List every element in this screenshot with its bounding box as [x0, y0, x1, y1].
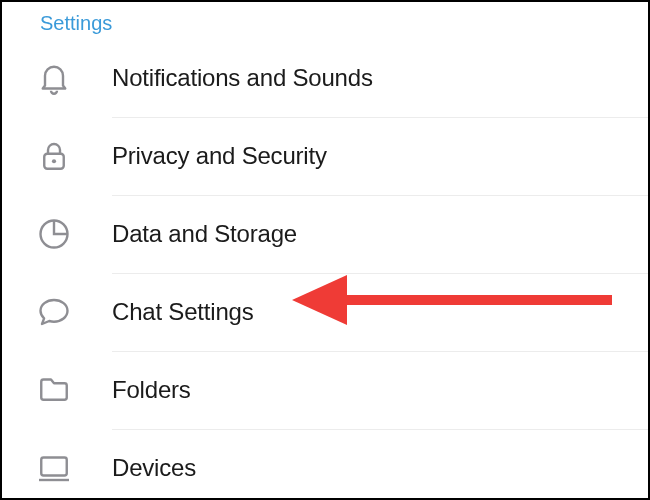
- settings-list: Notifications and Sounds Privacy and Sec…: [2, 39, 648, 500]
- settings-item-chat[interactable]: Chat Settings: [2, 273, 648, 351]
- lock-icon: [36, 138, 112, 174]
- settings-item-label: Privacy and Security: [112, 142, 327, 170]
- settings-item-label: Devices: [112, 454, 196, 482]
- settings-item-data[interactable]: Data and Storage: [2, 195, 648, 273]
- pie-icon: [36, 216, 112, 252]
- settings-item-label: Notifications and Sounds: [112, 64, 373, 92]
- settings-item-folders[interactable]: Folders: [2, 351, 648, 429]
- settings-item-devices[interactable]: Devices: [2, 429, 648, 500]
- chat-icon: [36, 294, 112, 330]
- settings-section-header: Settings: [2, 2, 648, 39]
- settings-item-label: Data and Storage: [112, 220, 297, 248]
- bell-icon: [36, 60, 112, 96]
- devices-icon: [36, 450, 112, 486]
- svg-rect-3: [41, 458, 67, 476]
- settings-item-label: Chat Settings: [112, 298, 253, 326]
- settings-item-privacy[interactable]: Privacy and Security: [2, 117, 648, 195]
- settings-item-label: Folders: [112, 376, 191, 404]
- settings-item-notifications[interactable]: Notifications and Sounds: [2, 39, 648, 117]
- svg-point-1: [52, 159, 56, 163]
- folder-icon: [36, 372, 112, 408]
